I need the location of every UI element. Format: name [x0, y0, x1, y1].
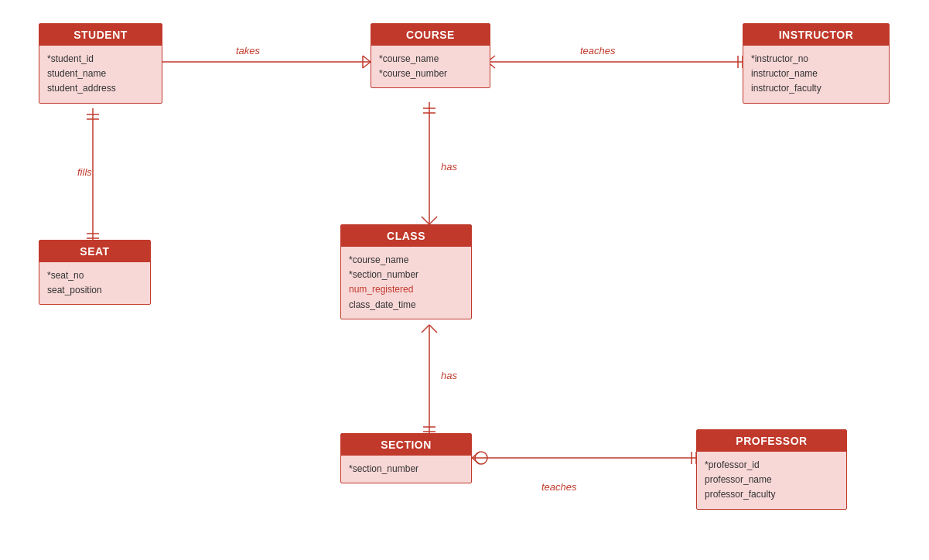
seat-field-1: *seat_no [47, 268, 142, 283]
student-field-2: student_name [47, 67, 154, 81]
svg-line-22 [422, 325, 429, 333]
professor-body: *professor_id professor_name professor_f… [697, 452, 846, 509]
rel-teaches-instructor: teaches [580, 45, 616, 56]
rel-fills: fills [77, 166, 92, 178]
course-body: *course_name *course_number [371, 46, 490, 87]
instructor-field-2: instructor_name [751, 67, 881, 81]
student-field-1: *student_id [47, 52, 154, 67]
seat-header: SEAT [39, 241, 150, 262]
course-field-1: *course_name [379, 52, 482, 67]
rel-takes: takes [236, 45, 260, 56]
class-body: *course_name *section_number num_registe… [341, 247, 471, 319]
instructor-header: INSTRUCTOR [743, 24, 889, 46]
rel-has-class: has [441, 161, 457, 172]
professor-header: PROFESSOR [697, 430, 846, 452]
section-entity: SECTION *section_number [340, 433, 472, 483]
svg-line-28 [472, 452, 480, 458]
seat-entity: SEAT *seat_no seat_position [39, 240, 151, 305]
seat-field-2: seat_position [47, 283, 142, 298]
professor-entity: PROFESSOR *professor_id professor_name p… [696, 429, 847, 510]
course-field-2: *course_number [379, 67, 482, 81]
svg-line-4 [363, 56, 371, 62]
course-header: COURSE [371, 24, 490, 46]
professor-field-2: professor_name [705, 473, 838, 487]
instructor-field-1: *instructor_no [751, 52, 881, 67]
course-entity: COURSE *course_name *course_number [371, 23, 490, 88]
section-body: *section_number [341, 456, 471, 483]
class-header: CLASS [341, 225, 471, 247]
professor-field-1: *professor_id [705, 458, 838, 473]
svg-line-20 [429, 217, 437, 224]
class-field-3: num_registered [349, 282, 463, 297]
instructor-field-3: instructor_faculty [751, 81, 881, 96]
svg-line-23 [429, 325, 437, 333]
instructor-body: *instructor_no instructor_name instructo… [743, 46, 889, 103]
class-field-4: class_date_time [349, 298, 463, 312]
svg-line-29 [472, 458, 480, 464]
rel-teaches-professor: teaches [541, 481, 577, 493]
student-header: STUDENT [39, 24, 162, 46]
seat-body: *seat_no seat_position [39, 262, 150, 304]
section-field-1: *section_number [349, 462, 463, 476]
student-body: *student_id student_name student_address [39, 46, 162, 103]
instructor-entity: INSTRUCTOR *instructor_no instructor_nam… [743, 23, 890, 104]
svg-point-27 [475, 452, 487, 464]
svg-line-19 [422, 217, 429, 224]
professor-field-3: professor_faculty [705, 487, 838, 502]
rel-has-section: has [441, 370, 457, 381]
student-entity: STUDENT *student_id student_name student… [39, 23, 162, 104]
section-header: SECTION [341, 434, 471, 456]
student-field-3: student_address [47, 81, 154, 96]
svg-line-5 [363, 62, 371, 68]
class-entity: CLASS *course_name *section_number num_r… [340, 224, 472, 319]
diagram: STUDENT *student_id student_name student… [0, 0, 929, 560]
class-field-1: *course_name [349, 253, 463, 268]
class-field-2: *section_number [349, 268, 463, 282]
